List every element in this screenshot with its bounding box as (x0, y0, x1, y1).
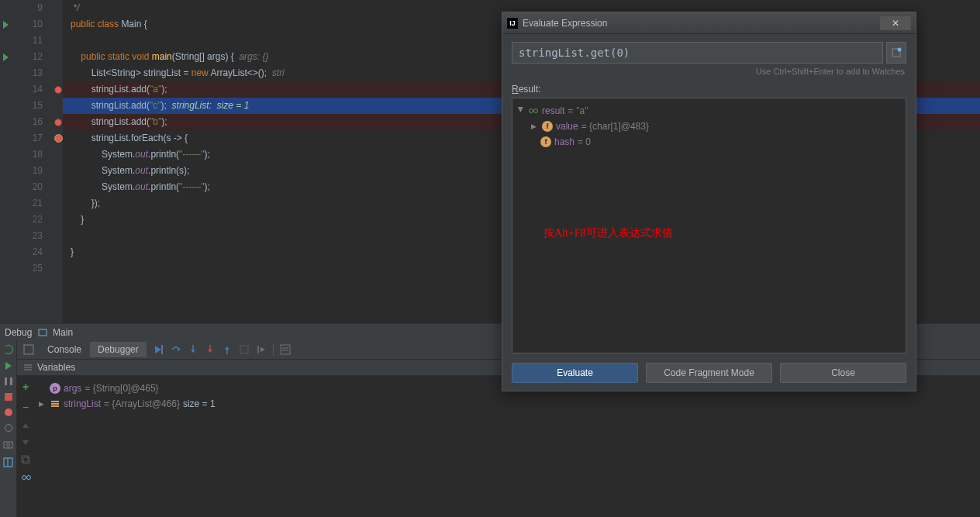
dialog-titlebar[interactable]: IJ Evaluate Expression ✕ (502, 12, 916, 34)
code-text: "------" (179, 149, 205, 160)
debug-config-icon (38, 328, 47, 337)
drop-frame-icon[interactable] (239, 344, 250, 355)
dialog-title: Evaluate Expression (523, 18, 607, 29)
close-button[interactable]: Close (780, 363, 906, 383)
pause-icon[interactable] (5, 377, 12, 385)
breadcrumb-target: Main (53, 327, 73, 338)
variables-list[interactable]: p args = {String[0]@465} ▶ stringList = … (34, 376, 980, 517)
code-text: ); (205, 181, 210, 192)
camera-icon[interactable] (3, 439, 13, 450)
breakpoint-gutter[interactable] (53, 0, 63, 323)
code-text: ); (161, 84, 167, 95)
result-row[interactable]: ▶ result = "a" (517, 103, 901, 119)
new-watch-icon[interactable]: + (22, 381, 29, 393)
step-out-icon[interactable] (222, 344, 233, 355)
code-text: stringList.add( (91, 116, 150, 127)
glasses-icon[interactable] (21, 472, 31, 482)
tab-console[interactable]: Console (40, 342, 89, 357)
svg-rect-1 (4, 442, 12, 448)
code-fragment-mode-button[interactable]: Code Fragment Mode (646, 363, 772, 383)
code-text: List<String> stringList = (91, 67, 192, 78)
code-text: ); (205, 149, 210, 160)
inlay-hint: args: {} (234, 51, 269, 62)
breadcrumb-label: Debug (5, 327, 32, 338)
field-icon: f (542, 121, 553, 132)
dialog-body: Use Ctrl+Shift+Enter to add to Watches R… (502, 34, 916, 391)
result-name: result (542, 103, 564, 119)
layout-icon[interactable] (3, 457, 13, 467)
variables-body: + − p args = {String[0]@465} ▶ stringLis… (17, 376, 980, 517)
run-class-icon[interactable] (3, 21, 9, 29)
code-text: main (152, 51, 172, 62)
variable-value: = {ArrayList@466} (104, 396, 180, 412)
stop-icon[interactable] (5, 393, 12, 401)
expand-icon[interactable]: ▶ (531, 119, 539, 134)
close-icon[interactable]: ✕ (880, 16, 911, 30)
code-text: }); (91, 198, 100, 209)
watch-result-icon (528, 105, 539, 116)
result-row[interactable]: f hash = 0 (517, 134, 901, 150)
show-execution-point-icon[interactable] (154, 344, 164, 355)
code-text: ArrayList<>(); (210, 67, 267, 78)
code-text: System. (102, 165, 135, 176)
view-breakpoints-icon[interactable] (5, 408, 12, 416)
result-name: hash (554, 134, 575, 150)
run-to-cursor-icon[interactable] (256, 344, 267, 355)
svg-point-28 (534, 109, 538, 113)
result-eq: = (568, 103, 573, 119)
expression-input[interactable] (512, 42, 883, 64)
code-text: { (141, 19, 147, 29)
expand-icon[interactable]: ▶ (513, 107, 529, 115)
dialog-hint: Use Ctrl+Shift+Enter to add to Watches (512, 64, 906, 84)
restore-layout-icon[interactable] (23, 344, 34, 355)
variable-row[interactable]: ▶ stringList = {ArrayList@466} size = 1 (39, 396, 975, 412)
variable-value: = {String[0]@465} (85, 381, 158, 396)
annotation-text: 按Alt+F8可进入表达式求值 (543, 226, 673, 240)
run-gutter (0, 0, 11, 323)
mute-breakpoints-icon[interactable] (5, 424, 12, 432)
run-method-icon[interactable] (3, 53, 9, 61)
evaluate-expression-icon[interactable] (280, 344, 291, 355)
breakpoint-icon[interactable] (54, 119, 62, 126)
tab-debugger[interactable]: Debugger (90, 342, 147, 357)
inlay-hint: stringList: size = 1 (167, 100, 249, 111)
svg-point-21 (26, 476, 30, 480)
copy-icon[interactable] (21, 455, 30, 464)
result-value: "a" (576, 103, 588, 119)
variable-name: stringList (64, 396, 101, 412)
code-text: stringList.add( (91, 100, 150, 111)
code-text: System. (102, 181, 135, 192)
result-value: = 0 (578, 134, 591, 150)
result-tree[interactable]: ▶ result = "a" ▶ f value = {char[1]@483}… (512, 98, 906, 353)
rerun-icon[interactable] (4, 345, 13, 354)
code-text: new (192, 67, 211, 78)
intellij-icon: IJ (507, 18, 518, 29)
resume-icon[interactable] (5, 362, 12, 370)
evaluate-button[interactable]: Evaluate (512, 363, 638, 383)
breakpoint-conditional-icon[interactable] (54, 134, 63, 143)
code-text: stringList.add( (91, 84, 150, 95)
code-text: */ (73, 2, 79, 13)
code-text: System. (102, 149, 135, 160)
step-into-icon[interactable] (188, 344, 198, 355)
code-text: } (71, 246, 74, 257)
step-over-icon[interactable] (171, 344, 181, 355)
force-step-into-icon[interactable] (205, 344, 216, 355)
expand-icon[interactable]: ▶ (39, 396, 47, 412)
up-icon[interactable] (21, 421, 30, 430)
svg-point-20 (22, 476, 26, 480)
breakpoint-icon[interactable] (54, 86, 62, 94)
code-text: .println(s); (148, 165, 189, 176)
down-icon[interactable] (21, 438, 30, 447)
result-value: = {char[1]@483} (581, 119, 649, 134)
remove-watch-icon[interactable]: − (22, 401, 29, 413)
svg-rect-0 (39, 329, 47, 336)
variables-toolbar: + − (17, 376, 34, 517)
code-text: "b" (150, 116, 161, 127)
code-text: "c" (150, 100, 161, 111)
result-row[interactable]: ▶ f value = {char[1]@483} (517, 119, 901, 134)
code-text: out (135, 165, 148, 176)
evaluate-expression-dialog: IJ Evaluate Expression ✕ Use Ctrl+Shift+… (502, 12, 916, 391)
history-icon[interactable] (886, 42, 906, 64)
code-text: ); (161, 116, 167, 127)
